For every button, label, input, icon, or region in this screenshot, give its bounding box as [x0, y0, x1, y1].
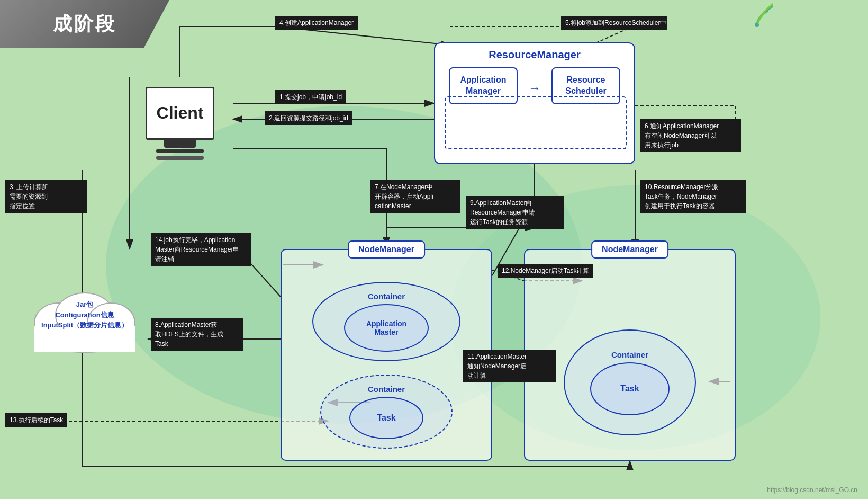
container-2-outer: Container Task [320, 375, 453, 449]
resource-scheduler-label: ResourceScheduler [565, 75, 606, 95]
monitor-stand [156, 156, 204, 160]
container-3-label: Container [611, 350, 648, 359]
task-label-2: Task [620, 384, 639, 394]
application-manager-box: ApplicationManager [449, 67, 518, 104]
step7-label: 7.在NodeManager中开辟容器，启动ApplicationMaster [370, 180, 460, 213]
step13-label: 13.执行后续的Task [5, 413, 67, 427]
container-3-outer: Container Task [564, 329, 696, 435]
step1-label: 1.提交job，申请job_id [275, 90, 346, 104]
watermark: https://blog.csdn.net/msl_GO.cn [767, 486, 857, 494]
task-label-1: Task [377, 413, 395, 423]
step14-label: 14.job执行完毕，ApplicationMaster向ResourceMan… [151, 233, 251, 266]
resource-manager-title: ResourceManager [435, 49, 634, 61]
node-manager-1-box: NodeManager Container ApplicationMaster … [281, 249, 492, 461]
step10-label: 10.ResourceManager分派Task任务，NodeManager创建… [640, 180, 746, 213]
resource-scheduler-box: ResourceScheduler [551, 67, 620, 104]
container-1-outer: Container ApplicationMaster [312, 282, 460, 361]
rm-components: ApplicationManager → ResourceScheduler [435, 67, 634, 104]
signal-icon [741, 3, 773, 31]
client-component: Client [132, 77, 228, 170]
application-manager-label: ApplicationManager [460, 75, 506, 95]
step12-label: 12.NodeManager启动Task计算 [498, 264, 593, 278]
task-inner-2: Task [590, 362, 670, 415]
application-master-inner: ApplicationMaster [344, 304, 429, 352]
step4-label: 4.创建ApplicationManager [275, 16, 358, 30]
svg-point-40 [755, 23, 759, 27]
step3-label: 3. 上传计算所需要的资源到指定位置 [5, 180, 87, 213]
step2-label: 2.返回资源提交路径和job_id [265, 111, 352, 125]
task-inner-1: Task [349, 397, 423, 439]
step8-label: 8.ApplicationMaster获取HDFS上的文件，生成Task [151, 318, 243, 351]
step9-label: 9.ApplicationMaster向ResourceManager申请运行T… [466, 196, 564, 229]
cloud-label: Jar包Configuration信息InputSplit（数据分片信息） [29, 299, 140, 331]
container-1-label: Container [368, 292, 405, 301]
step11-label: 11.ApplicationMaster通知NodeManager启动计算 [463, 350, 556, 382]
step5-label: 5.将job添加到ResourceScheduler中 [561, 16, 667, 30]
application-master-label: ApplicationMaster [366, 319, 406, 336]
resource-manager-box: ResourceManager ApplicationManager → Res… [434, 42, 635, 164]
node-manager-1-label: NodeManager [348, 240, 425, 259]
monitor-icon: Client [146, 87, 214, 140]
title-text: 成阶段 [53, 11, 116, 37]
container-2-label: Container [368, 385, 405, 394]
rm-arrow: → [528, 72, 541, 104]
step6-label: 6.通知ApplicationManager有空闲NodeManager可以用来… [640, 119, 741, 152]
title-banner: 成阶段 [0, 0, 169, 48]
node-manager-2-box: NodeManager Container Task [524, 249, 736, 461]
client-label: Client [157, 103, 204, 123]
node-manager-2-label: NodeManager [591, 240, 668, 259]
